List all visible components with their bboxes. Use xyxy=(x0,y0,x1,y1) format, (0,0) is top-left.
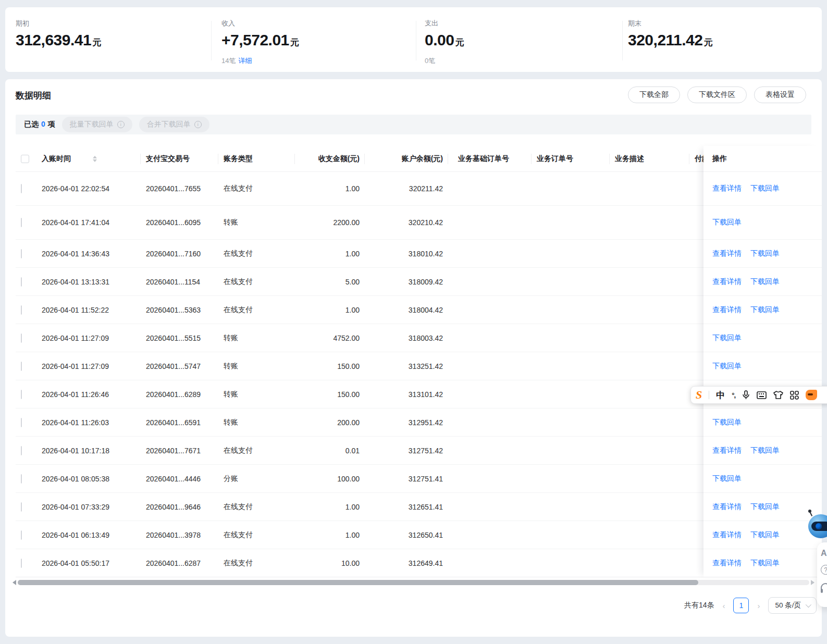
download-receipt-link[interactable]: 下载回单 xyxy=(750,559,780,568)
cell-balance: 320211.42 xyxy=(365,184,448,193)
row-checkbox[interactable] xyxy=(21,474,22,484)
view-detail-link[interactable]: 查看详情 xyxy=(712,305,742,315)
info-icon: i xyxy=(194,121,202,128)
row-checkbox[interactable] xyxy=(21,218,22,227)
cell-balance: 318003.42 xyxy=(365,334,448,342)
download-all-button[interactable]: 下载全部 xyxy=(628,86,680,103)
view-detail-link[interactable]: 查看详情 xyxy=(712,184,742,193)
headset-icon[interactable] xyxy=(821,583,827,590)
download-receipt-link[interactable]: 下载回单 xyxy=(712,333,742,343)
batch-download-button[interactable]: 批量下载回单i xyxy=(62,117,132,132)
cell-amount: 4752.00 xyxy=(295,334,365,342)
cell-time: 2026-04-01 13:13:31 xyxy=(36,278,141,286)
cell-amount: 1.00 xyxy=(295,250,365,258)
row-checkbox[interactable] xyxy=(21,362,22,371)
sogou-logo-icon[interactable]: S xyxy=(696,389,702,401)
table-row: 2026-04-01 14:36:43 20260401...7160 在线支付… xyxy=(16,240,811,268)
table-row: 2026-04-01 06:13:49 20260401...3978 在线支付… xyxy=(16,521,811,549)
income-detail-link[interactable]: 详细 xyxy=(238,57,252,65)
table-row: 2026-04-01 07:33:29 20260401...9646 在线支付… xyxy=(16,493,811,521)
download-receipt-link[interactable]: 下载回单 xyxy=(750,502,780,512)
robot-assistant-icon[interactable] xyxy=(805,512,827,541)
view-detail-link[interactable]: 查看详情 xyxy=(712,249,742,258)
view-detail-link[interactable]: 查看详情 xyxy=(712,559,742,568)
row-checkbox[interactable] xyxy=(21,390,22,399)
column-header-time[interactable]: 入账时间 xyxy=(36,146,141,172)
question-icon[interactable]: ? xyxy=(821,565,827,575)
table-settings-button[interactable]: 表格设置 xyxy=(754,86,806,103)
chinese-mode-icon[interactable]: 中 xyxy=(716,389,725,401)
scroll-left-arrow-icon[interactable] xyxy=(13,580,16,585)
row-checkbox[interactable] xyxy=(21,305,22,315)
view-detail-link[interactable]: 查看详情 xyxy=(712,446,742,455)
merge-download-button[interactable]: 合并下载回单i xyxy=(139,117,209,132)
download-receipt-link[interactable]: 下载回单 xyxy=(712,362,742,371)
cell-amount: 1.00 xyxy=(295,184,365,193)
row-checkbox[interactable] xyxy=(21,277,22,287)
page-size-select[interactable]: 50 条/页 xyxy=(768,597,817,614)
table-row: 2026-04-01 11:27:09 20260401...5515 转账 4… xyxy=(16,324,811,352)
download-receipt-link[interactable]: 下载回单 xyxy=(712,474,742,484)
cell-balance: 312650.41 xyxy=(365,531,448,539)
download-receipt-link[interactable]: 下载回单 xyxy=(750,249,780,258)
microphone-icon[interactable] xyxy=(742,390,750,400)
download-receipt-link[interactable]: 下载回单 xyxy=(712,218,742,227)
row-checkbox[interactable] xyxy=(21,446,22,455)
row-actions: 查看详情下载回单 xyxy=(703,172,822,206)
download-receipt-link[interactable]: 下载回单 xyxy=(750,184,780,193)
cell-type: 在线支付 xyxy=(218,184,295,193)
scroll-right-arrow-icon[interactable] xyxy=(811,580,814,585)
row-checkbox[interactable] xyxy=(21,249,22,258)
select-all-checkbox-cell xyxy=(16,146,36,172)
row-actions: 查看详情下载回单 xyxy=(703,268,822,296)
row-checkbox[interactable] xyxy=(21,559,22,568)
row-checkbox[interactable] xyxy=(21,333,22,343)
cell-balance: 320210.42 xyxy=(365,218,448,227)
row-actions: 查看详情下载回单 xyxy=(703,296,822,324)
keyboard-icon[interactable] xyxy=(757,391,767,399)
cell-time: 2026-04-01 22:02:54 xyxy=(36,184,141,193)
download-receipt-link[interactable]: 下载回单 xyxy=(750,305,780,315)
cell-txn-id: 20260401...4446 xyxy=(141,475,218,483)
cell-time: 2026-04-01 08:05:38 xyxy=(36,475,141,483)
cell-amount: 1.00 xyxy=(295,503,365,511)
emoji-icon[interactable] xyxy=(806,390,817,400)
select-all-checkbox[interactable] xyxy=(21,155,29,163)
cell-balance: 312951.42 xyxy=(365,418,448,427)
download-zone-button[interactable]: 下载文件区 xyxy=(687,86,747,103)
cell-type: 在线支付 xyxy=(218,305,295,315)
page-title: 数据明细 xyxy=(16,90,51,102)
divider xyxy=(622,21,623,60)
download-receipt-link[interactable]: 下载回单 xyxy=(750,446,780,455)
table-row: 2026-04-01 13:13:31 20260401...1154 在线支付… xyxy=(16,268,811,296)
row-checkbox[interactable] xyxy=(21,184,22,193)
cell-balance: 318004.42 xyxy=(365,306,448,314)
download-receipt-link[interactable]: 下载回单 xyxy=(712,418,742,427)
punctuation-icon[interactable]: °, xyxy=(732,391,735,399)
download-receipt-link[interactable]: 下载回单 xyxy=(750,277,780,287)
download-receipt-link[interactable]: 下载回单 xyxy=(750,530,780,540)
cell-txn-id: 20260401...6289 xyxy=(141,390,218,399)
cell-time: 2026-04-01 11:26:46 xyxy=(36,390,141,399)
scrollbar-thumb[interactable] xyxy=(18,580,698,585)
row-checkbox[interactable] xyxy=(21,418,22,427)
cell-type: 在线支付 xyxy=(218,502,295,512)
view-detail-link[interactable]: 查看详情 xyxy=(712,530,742,540)
view-detail-link[interactable]: 查看详情 xyxy=(712,502,742,512)
ai-assistant-button[interactable]: A xyxy=(821,549,827,558)
sort-icon[interactable] xyxy=(93,156,97,162)
row-actions: 查看详情下载回单 xyxy=(703,240,822,268)
cell-time: 2026-04-01 11:27:09 xyxy=(36,334,141,342)
cell-balance: 312751.41 xyxy=(365,475,448,483)
current-page-button[interactable]: 1 xyxy=(733,598,749,613)
row-checkbox[interactable] xyxy=(21,502,22,512)
toolbox-grid-icon[interactable] xyxy=(790,391,799,400)
skin-icon[interactable] xyxy=(773,391,783,399)
pinned-operations-column: 操作 查看详情下载回单 下载回单 查看详情下载回单 查看详情下载回单 查看详情下… xyxy=(703,146,822,577)
cell-amount: 2200.00 xyxy=(295,218,365,227)
next-page-icon[interactable]: › xyxy=(756,601,761,610)
table-row: 2026-04-01 08:05:38 20260401...4446 分账 1… xyxy=(16,465,811,493)
row-checkbox[interactable] xyxy=(21,530,22,540)
view-detail-link[interactable]: 查看详情 xyxy=(712,277,742,287)
prev-page-icon[interactable]: ‹ xyxy=(721,601,726,610)
